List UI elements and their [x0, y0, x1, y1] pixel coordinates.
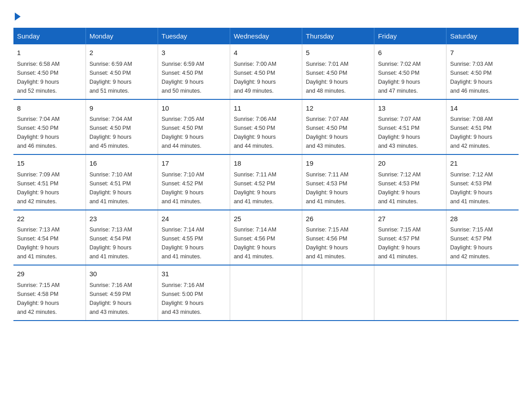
- day-cell: 5Sunrise: 7:01 AMSunset: 4:50 PMDaylight…: [302, 44, 374, 99]
- day-info: Sunrise: 6:59 AMSunset: 4:50 PMDaylight:…: [90, 60, 154, 95]
- day-info: Sunrise: 7:10 AMSunset: 4:51 PMDaylight:…: [90, 170, 154, 206]
- day-cell: 2Sunrise: 6:59 AMSunset: 4:50 PMDaylight…: [86, 44, 158, 99]
- day-info: Sunrise: 7:16 AMSunset: 4:59 PMDaylight:…: [90, 281, 154, 317]
- page-header: [13, 9, 519, 19]
- day-info: Sunrise: 7:13 AMSunset: 4:54 PMDaylight:…: [17, 225, 82, 261]
- day-cell: [230, 265, 302, 321]
- week-row-2: 8Sunrise: 7:04 AMSunset: 4:50 PMDaylight…: [13, 99, 519, 155]
- day-number: 21: [450, 158, 515, 169]
- day-number: 7: [450, 48, 515, 58]
- day-info: Sunrise: 7:11 AMSunset: 4:53 PMDaylight:…: [306, 170, 370, 206]
- day-cell: 4Sunrise: 7:00 AMSunset: 4:50 PMDaylight…: [230, 44, 302, 99]
- day-info: Sunrise: 7:15 AMSunset: 4:57 PMDaylight:…: [378, 225, 442, 261]
- day-info: Sunrise: 7:16 AMSunset: 5:00 PMDaylight:…: [162, 281, 226, 317]
- day-number: 18: [234, 158, 298, 169]
- day-cell: 1Sunrise: 6:58 AMSunset: 4:50 PMDaylight…: [13, 44, 86, 99]
- week-row-1: 1Sunrise: 6:58 AMSunset: 4:50 PMDaylight…: [13, 44, 519, 99]
- day-number: 3: [162, 48, 226, 58]
- day-number: 14: [450, 103, 515, 114]
- day-cell: 12Sunrise: 7:07 AMSunset: 4:50 PMDayligh…: [302, 99, 374, 155]
- weekday-header-row: SundayMondayTuesdayWednesdayThursdayFrid…: [13, 28, 519, 44]
- week-row-5: 29Sunrise: 7:15 AMSunset: 4:58 PMDayligh…: [13, 265, 519, 321]
- day-cell: 21Sunrise: 7:12 AMSunset: 4:53 PMDayligh…: [446, 154, 519, 210]
- day-number: 20: [378, 158, 442, 169]
- week-row-3: 15Sunrise: 7:09 AMSunset: 4:51 PMDayligh…: [13, 154, 519, 210]
- day-info: Sunrise: 7:15 AMSunset: 4:56 PMDaylight:…: [306, 225, 370, 261]
- day-cell: 14Sunrise: 7:08 AMSunset: 4:51 PMDayligh…: [446, 99, 519, 155]
- day-cell: 17Sunrise: 7:10 AMSunset: 4:52 PMDayligh…: [158, 154, 230, 210]
- day-info: Sunrise: 7:12 AMSunset: 4:53 PMDaylight:…: [450, 170, 515, 206]
- day-cell: 18Sunrise: 7:11 AMSunset: 4:52 PMDayligh…: [230, 154, 302, 210]
- day-cell: 27Sunrise: 7:15 AMSunset: 4:57 PMDayligh…: [374, 210, 446, 265]
- day-number: 26: [306, 214, 370, 224]
- header-sunday: Sunday: [13, 28, 86, 44]
- day-number: 5: [306, 48, 370, 58]
- day-info: Sunrise: 6:58 AMSunset: 4:50 PMDaylight:…: [17, 60, 82, 95]
- day-cell: 20Sunrise: 7:12 AMSunset: 4:53 PMDayligh…: [374, 154, 446, 210]
- day-cell: 11Sunrise: 7:06 AMSunset: 4:50 PMDayligh…: [230, 99, 302, 155]
- day-info: Sunrise: 7:08 AMSunset: 4:51 PMDaylight:…: [450, 115, 515, 150]
- day-info: Sunrise: 7:04 AMSunset: 4:50 PMDaylight:…: [90, 115, 154, 150]
- day-cell: 8Sunrise: 7:04 AMSunset: 4:50 PMDaylight…: [13, 99, 86, 155]
- day-info: Sunrise: 7:15 AMSunset: 4:57 PMDaylight:…: [450, 225, 515, 261]
- day-info: Sunrise: 7:04 AMSunset: 4:50 PMDaylight:…: [17, 115, 82, 150]
- header-thursday: Thursday: [302, 28, 374, 44]
- header-wednesday: Wednesday: [230, 28, 302, 44]
- day-info: Sunrise: 7:10 AMSunset: 4:52 PMDaylight:…: [162, 170, 226, 206]
- day-cell: 15Sunrise: 7:09 AMSunset: 4:51 PMDayligh…: [13, 154, 86, 210]
- day-cell: 10Sunrise: 7:05 AMSunset: 4:50 PMDayligh…: [158, 99, 230, 155]
- day-info: Sunrise: 7:13 AMSunset: 4:54 PMDaylight:…: [90, 225, 154, 261]
- day-cell: 13Sunrise: 7:07 AMSunset: 4:51 PMDayligh…: [374, 99, 446, 155]
- calendar-table: SundayMondayTuesdayWednesdayThursdayFrid…: [13, 28, 519, 321]
- day-cell: [374, 265, 446, 321]
- day-cell: 16Sunrise: 7:10 AMSunset: 4:51 PMDayligh…: [86, 154, 158, 210]
- day-cell: 7Sunrise: 7:03 AMSunset: 4:50 PMDaylight…: [446, 44, 519, 99]
- day-cell: [302, 265, 374, 321]
- week-row-4: 22Sunrise: 7:13 AMSunset: 4:54 PMDayligh…: [13, 210, 519, 265]
- day-number: 8: [17, 103, 82, 114]
- day-cell: 23Sunrise: 7:13 AMSunset: 4:54 PMDayligh…: [86, 210, 158, 265]
- day-number: 22: [17, 214, 82, 224]
- header-monday: Monday: [86, 28, 158, 44]
- day-cell: 22Sunrise: 7:13 AMSunset: 4:54 PMDayligh…: [13, 210, 86, 265]
- day-info: Sunrise: 7:14 AMSunset: 4:55 PMDaylight:…: [162, 225, 226, 261]
- day-info: Sunrise: 7:07 AMSunset: 4:50 PMDaylight:…: [306, 115, 370, 150]
- day-cell: 29Sunrise: 7:15 AMSunset: 4:58 PMDayligh…: [13, 265, 86, 321]
- day-info: Sunrise: 7:07 AMSunset: 4:51 PMDaylight:…: [378, 115, 442, 150]
- day-number: 28: [450, 214, 515, 224]
- day-cell: [446, 265, 519, 321]
- day-number: 9: [90, 103, 154, 114]
- day-number: 19: [306, 158, 370, 169]
- day-number: 27: [378, 214, 442, 224]
- day-cell: 26Sunrise: 7:15 AMSunset: 4:56 PMDayligh…: [302, 210, 374, 265]
- day-number: 31: [162, 269, 226, 279]
- day-cell: 9Sunrise: 7:04 AMSunset: 4:50 PMDaylight…: [86, 99, 158, 155]
- day-number: 2: [90, 48, 154, 58]
- day-number: 10: [162, 103, 226, 114]
- day-info: Sunrise: 7:03 AMSunset: 4:50 PMDaylight:…: [450, 60, 515, 95]
- day-info: Sunrise: 7:09 AMSunset: 4:51 PMDaylight:…: [17, 170, 82, 206]
- day-number: 13: [378, 103, 442, 114]
- day-number: 11: [234, 103, 298, 114]
- day-number: 24: [162, 214, 226, 224]
- header-saturday: Saturday: [446, 28, 519, 44]
- day-info: Sunrise: 7:06 AMSunset: 4:50 PMDaylight:…: [234, 115, 298, 150]
- day-number: 23: [90, 214, 154, 224]
- day-info: Sunrise: 7:00 AMSunset: 4:50 PMDaylight:…: [234, 60, 298, 95]
- day-info: Sunrise: 7:15 AMSunset: 4:58 PMDaylight:…: [17, 281, 82, 317]
- day-info: Sunrise: 7:01 AMSunset: 4:50 PMDaylight:…: [306, 60, 370, 95]
- day-number: 17: [162, 158, 226, 169]
- header-friday: Friday: [374, 28, 446, 44]
- day-cell: 25Sunrise: 7:14 AMSunset: 4:56 PMDayligh…: [230, 210, 302, 265]
- day-number: 15: [17, 158, 82, 169]
- day-cell: 31Sunrise: 7:16 AMSunset: 5:00 PMDayligh…: [158, 265, 230, 321]
- day-number: 25: [234, 214, 298, 224]
- logo: [13, 9, 21, 19]
- day-number: 12: [306, 103, 370, 114]
- day-cell: 28Sunrise: 7:15 AMSunset: 4:57 PMDayligh…: [446, 210, 519, 265]
- day-info: Sunrise: 6:59 AMSunset: 4:50 PMDaylight:…: [162, 60, 226, 95]
- day-cell: 3Sunrise: 6:59 AMSunset: 4:50 PMDaylight…: [158, 44, 230, 99]
- header-tuesday: Tuesday: [158, 28, 230, 44]
- day-number: 16: [90, 158, 154, 169]
- day-number: 6: [378, 48, 442, 58]
